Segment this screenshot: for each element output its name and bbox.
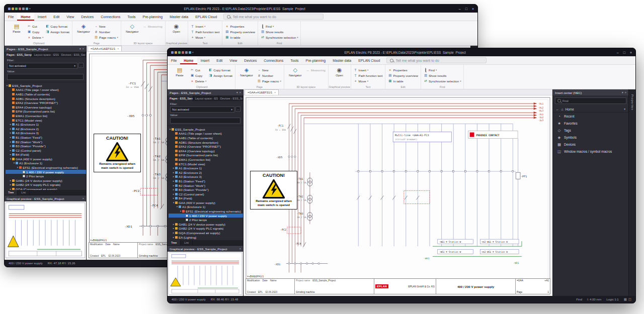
synchronize-selection-button[interactable]: ⇄Synchronize selection▾ [261,35,298,40]
dock-tab[interactable]: Pages - ESS_Sample_P... [5,52,32,57]
ribbon-tab[interactable]: Connections [97,13,124,21]
pin-icon[interactable]: ▾ [236,91,238,94]
tree-item[interactable]: ▾ ESS_Sample_Project [6,83,86,88]
status-find[interactable]: Find [576,298,582,301]
chevron-down-icon[interactable]: ▾ [624,108,625,111]
tree-item[interactable]: EFA2 (Overview "PROFINET") [6,100,86,105]
property-overview-button[interactable]: ▤Property overview [388,73,418,78]
assign-format-button[interactable]: ◨Assign format [45,29,69,34]
qat-icon[interactable] [189,51,191,54]
view-tab[interactable]: List [18,190,30,195]
ribbon-tab[interactable]: Insert [197,56,213,64]
measuring-button[interactable]: ↔Measuring [306,67,326,72]
collapsed-panel-tab[interactable]: Properties [631,94,634,296]
page-macro-button[interactable]: ▥Page macro▾ [257,78,281,83]
ribbon-tab[interactable]: Home [17,13,34,21]
schematic-sheet[interactable]: -DL1 -DL2 -DL3 -1L1 -1L2 -1L3 -FC1 In = … [244,95,552,296]
tellme-search[interactable]: Tell me what you want to do [386,57,487,63]
measuring-button[interactable]: ↔Measuring [143,24,163,29]
pin-icon[interactable]: ▾ [79,47,81,50]
layout-space-navigator-button[interactable]: ◇Navigator [287,66,304,77]
minimize-button[interactable]: – [617,51,619,54]
delete-button[interactable]: ×Delete▾ [27,35,43,40]
preview-body[interactable] [168,252,243,296]
ribbon-tab[interactable]: Tools [124,13,139,21]
path-function-text-button[interactable]: TPath function text [354,73,383,78]
delete-button[interactable]: ×Delete▾ [190,78,206,83]
ribbon-tab[interactable]: EPLAN Cloud [355,56,383,64]
right-dock-strip[interactable]: Properties [628,89,635,296]
copy-button[interactable]: ▣Copy [190,73,206,78]
dock-tab[interactable]: Devices - ESS_Sample... [218,95,243,101]
sheet-tab[interactable]: =GAA+A1&EFS1/1× [245,89,279,95]
tree-item[interactable]: ▾ GAA (400 V power supply) [169,200,243,205]
tree-item[interactable]: ADB1 (Structure description) [169,140,243,145]
tree-item[interactable]: ▸ A2 (Enclosure 2) [169,170,243,175]
cut-button[interactable]: ✂Cut [27,24,43,29]
qat-icon[interactable] [19,8,21,10]
ribbon-tab[interactable]: File [5,13,17,21]
ribbon-tab[interactable]: View [226,56,240,64]
tree-item[interactable]: ▸ GAB1 (24 V device power supply) [169,222,243,227]
in-table-button[interactable]: ▦In table [388,78,418,83]
qat-icon[interactable] [178,51,181,54]
insert-center-item[interactable]: ★ Favorites [553,120,628,127]
tree-item[interactable]: EFA2 (Overview "PROFINET") [169,144,243,149]
insert-text-button[interactable]: TInsert▾ [354,67,383,72]
copy-format-button[interactable]: ◧Copy format [208,67,232,72]
dock-tab[interactable]: Pages - ESS_Sample_P... [168,95,193,101]
tree-item[interactable]: ▾ EFS1 (Electrical engineering schematic… [6,165,86,170]
ribbon-tab[interactable]: File [168,56,180,64]
close-tab-icon[interactable]: × [274,91,276,94]
show-results-button[interactable]: ▥Show results [261,29,298,34]
tree-item[interactable]: EMA1 (Connection list) [169,157,243,162]
tree-item[interactable]: ▸ A1 (Enclosure 1) [169,166,243,170]
tree-item[interactable]: ▸ B3 (Station "Provide") [6,144,86,148]
insert-text-button[interactable]: TInsert▾ [191,24,220,29]
maximize-button[interactable]: □ [465,7,467,11]
pin-icon[interactable]: ▾ [622,91,623,94]
tree-item[interactable]: ▸ EA (Lighting) [169,235,243,240]
tree-item[interactable]: ▸ A3 (Enclosure 3) [6,131,86,136]
tree-item[interactable]: ▸ GAB1 (24 V device power supply) [6,178,86,183]
ribbon-tab[interactable]: Devices [240,56,260,64]
view-tab[interactable]: List [181,240,193,245]
qat-icon[interactable] [12,8,14,10]
tree-item[interactable]: 1 400 / 230 V power supply [169,214,243,218]
tree-item[interactable]: ▸ B4 (Field) [6,153,86,157]
qat-icon[interactable] [182,51,184,54]
open-preview-button[interactable]: ◉Open [168,22,185,33]
qat-icon[interactable] [175,51,177,54]
ribbon-tab[interactable]: Home [180,56,197,64]
ribbon-tab[interactable]: Edit [50,13,63,21]
page-navigator-button[interactable]: ◈Navigator [75,22,92,33]
page-macro-button[interactable]: ▥Page macro▾ [94,35,118,40]
insert-center-item[interactable]: ◇ Tags [553,127,628,134]
layout-space-navigator-button[interactable]: ◇Navigator [124,22,141,33]
paste-button[interactable]: ▤Paste [8,22,25,33]
tree-item[interactable]: ▾ ESS_Sample_Project [169,127,243,132]
insert-center-search[interactable]: Find [555,97,626,104]
tree-item[interactable]: ▸ B2 (Station "Work") [6,140,86,144]
qat-caret-icon[interactable]: ▾ [29,7,31,10]
tree-item[interactable]: ▾ A1 (Enclosure 1) [169,205,243,210]
ribbon-tab[interactable]: Edit [213,56,226,64]
grid-toggle-icon[interactable]: ▦ [624,297,627,301]
tree-item[interactable]: AAA1 (Title page / cover sheet) [6,88,86,92]
qat-caret-icon[interactable]: ▾ [192,51,194,54]
tree-item[interactable]: ADB1 (Structure description) [6,96,86,101]
close-button[interactable]: × [630,51,632,54]
dock-tab[interactable]: Layout space - ESS_Sa... [193,95,218,101]
filter-select[interactable]: Not activated▾ [170,107,234,113]
sheet-tab[interactable]: =GAA+A1&EFS1/1× [88,46,122,51]
minimize-button[interactable]: – [459,7,461,11]
maximize-button[interactable]: □ [623,51,625,54]
ribbon-tab[interactable]: Insert [34,13,50,21]
close-panel-icon[interactable]: × [625,91,626,94]
synchronize-selection-button[interactable]: ⇄Synchronize selection▾ [424,78,461,83]
view-tab[interactable]: Tree [168,240,181,245]
ribbon-tab[interactable]: Tools [287,56,302,64]
tree-item[interactable]: AAA1 (Title page / cover sheet) [169,132,243,136]
ribbon-tab[interactable]: Pre-planning [302,56,330,64]
tree-item[interactable]: ▸ GAB2 (24 V supply PLC signals) [6,183,86,187]
